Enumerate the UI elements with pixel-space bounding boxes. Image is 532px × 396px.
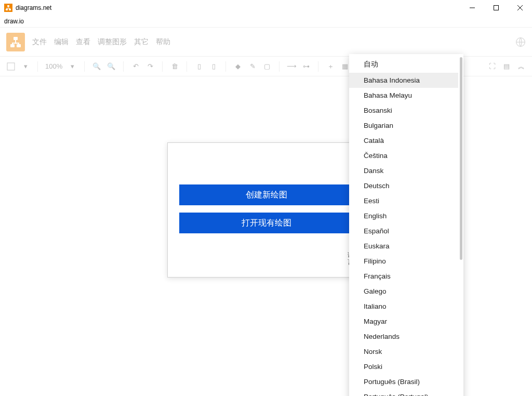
delete-icon[interactable]: 🗑 <box>170 62 179 71</box>
to-back-icon[interactable]: ▯ <box>209 62 218 71</box>
language-option[interactable]: Español <box>349 223 458 239</box>
language-dropdown: 自动Bahasa IndonesiaBahasa MelayuBosanskiB… <box>349 54 463 396</box>
connection-icon[interactable]: ⟶ <box>287 62 296 71</box>
globe-icon[interactable] <box>515 37 526 47</box>
language-option[interactable]: Galego <box>349 284 458 299</box>
app-logo <box>6 33 25 51</box>
svg-rect-8 <box>7 63 15 70</box>
maximize-button[interactable] <box>484 0 508 16</box>
language-option[interactable]: Euskara <box>349 239 458 254</box>
language-option[interactable]: Bahasa Melayu <box>349 88 458 103</box>
page-view-icon[interactable] <box>6 62 16 71</box>
language-option[interactable]: Català <box>349 133 458 148</box>
minimize-button[interactable] <box>460 0 484 16</box>
close-button[interactable] <box>508 0 532 16</box>
language-option[interactable]: Filipino <box>349 254 458 269</box>
language-option[interactable]: Português (Brasil) <box>349 374 458 389</box>
language-option[interactable]: Nederlands <box>349 329 458 344</box>
fill-color-icon[interactable]: ◆ <box>233 62 243 71</box>
document-title: draw.io <box>0 16 532 27</box>
menu-edit[interactable]: 编辑 <box>54 37 69 47</box>
insert-icon[interactable]: ＋ <box>326 62 335 71</box>
app-icon <box>4 4 12 12</box>
window-controls <box>460 0 532 16</box>
svg-rect-4 <box>14 37 18 40</box>
start-dialog: 创建新绘图 打开现有绘图 语 言 <box>167 142 366 278</box>
language-option[interactable]: Eesti <box>349 193 458 208</box>
collapse-icon[interactable]: ︽ <box>516 62 526 71</box>
language-label-line2: 言 <box>179 259 354 266</box>
zoom-level[interactable]: 100% <box>45 62 62 70</box>
table-icon[interactable]: ▦ <box>340 62 350 71</box>
svg-rect-0 <box>7 5 9 7</box>
language-label-line1: 语 <box>179 252 354 259</box>
to-front-icon[interactable]: ▯ <box>194 62 204 71</box>
language-link[interactable]: 语 言 <box>179 252 354 266</box>
menubar: 文件 编辑 查看 调整图形 其它 帮助 <box>0 28 532 57</box>
line-color-icon[interactable]: ✎ <box>248 62 257 71</box>
scrollbar-thumb[interactable] <box>460 57 462 260</box>
language-option[interactable]: Bulgarian <box>349 118 458 133</box>
language-option[interactable]: Polski <box>349 359 458 374</box>
language-option[interactable]: Português (Portugal) <box>349 389 458 396</box>
language-list[interactable]: 自动Bahasa IndonesiaBahasa MelayuBosanskiB… <box>349 54 458 396</box>
chevron-down-icon[interactable]: ▾ <box>68 62 77 71</box>
menu-extras[interactable]: 其它 <box>134 37 149 47</box>
fullscreen-icon[interactable]: ⛶ <box>487 62 497 71</box>
format-panel-icon[interactable]: ▤ <box>502 62 511 71</box>
language-option[interactable]: Français <box>349 269 458 284</box>
zoom-in-icon[interactable]: 🔍 <box>92 62 101 71</box>
language-option[interactable]: Norsk <box>349 344 458 359</box>
language-option[interactable]: Bosanski <box>349 103 458 118</box>
svg-rect-3 <box>494 6 499 10</box>
language-option[interactable]: Magyar <box>349 314 458 329</box>
undo-icon[interactable]: ↶ <box>131 62 140 71</box>
create-new-diagram-button[interactable]: 创建新绘图 <box>179 184 354 205</box>
shadow-icon[interactable]: ▢ <box>262 62 272 71</box>
menu-help[interactable]: 帮助 <box>156 37 170 47</box>
menu-arrange[interactable]: 调整图形 <box>98 37 127 47</box>
open-existing-diagram-button[interactable]: 打开现有绘图 <box>179 213 354 233</box>
language-option[interactable]: Bahasa Indonesia <box>349 73 458 88</box>
language-option[interactable]: English <box>349 208 458 223</box>
language-option[interactable]: Deutsch <box>349 178 458 193</box>
language-option[interactable]: Čeština <box>349 148 458 163</box>
chevron-down-icon[interactable]: ▾ <box>21 62 30 71</box>
language-option[interactable]: 自动 <box>349 56 458 73</box>
window-titlebar: diagrams.net <box>0 0 532 16</box>
language-option[interactable]: Dansk <box>349 163 458 178</box>
window-title: diagrams.net <box>16 4 460 11</box>
zoom-out-icon[interactable]: 🔍 <box>107 62 116 71</box>
redo-icon[interactable]: ↷ <box>145 62 155 71</box>
language-option[interactable]: Italiano <box>349 299 458 314</box>
menu-view[interactable]: 查看 <box>76 37 90 47</box>
scrollbar[interactable] <box>458 54 463 396</box>
waypoint-icon[interactable]: ⊶ <box>301 62 311 71</box>
menu-file[interactable]: 文件 <box>32 37 47 47</box>
